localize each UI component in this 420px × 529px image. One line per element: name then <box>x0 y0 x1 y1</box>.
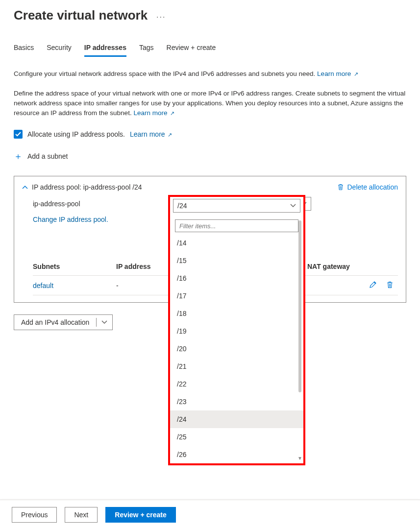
learn-more-link-3[interactable]: Learn more ↗ <box>130 130 172 138</box>
add-subnet-label: Add a subnet <box>27 152 68 160</box>
external-link-icon: ↗ <box>354 71 358 77</box>
tab-security[interactable]: Security <box>47 41 72 57</box>
delete-allocation-button[interactable]: Delete allocation <box>337 183 398 191</box>
col-nat-gateway: NAT gateway <box>307 263 365 270</box>
delete-subnet-button[interactable] <box>381 281 398 290</box>
trash-icon <box>386 281 394 289</box>
chevron-down-icon[interactable] <box>97 318 112 326</box>
pencil-icon <box>369 281 377 289</box>
collapse-toggle[interactable] <box>22 184 28 192</box>
edit-subnet-button[interactable] <box>365 281 381 290</box>
prefix-option-list: /14/15/16/17/18/19/20/21/22/23/24/25/26 <box>170 234 303 463</box>
next-button[interactable]: Next <box>65 507 98 523</box>
scrollbar[interactable] <box>298 215 301 460</box>
prefix-option[interactable]: /15 <box>170 252 303 269</box>
plus-icon: ＋ <box>14 150 23 162</box>
tab-review-create[interactable]: Review + create <box>167 41 216 57</box>
footer: Previous Next Review + create <box>0 500 420 529</box>
prefix-option[interactable]: /18 <box>170 305 303 322</box>
prefix-option[interactable]: /24 <box>170 410 303 428</box>
description-1-text: Configure your virtual network address s… <box>14 70 317 77</box>
previous-button[interactable]: Previous <box>12 507 57 523</box>
chevron-down-icon <box>290 202 296 210</box>
prefix-dropdown-trigger[interactable]: /24 <box>173 199 300 213</box>
prefix-option[interactable]: /22 <box>170 375 303 393</box>
scroll-down-arrow[interactable]: ▼ <box>297 456 302 460</box>
add-allocation-button[interactable]: Add an IPv4 allocation <box>14 314 113 330</box>
prefix-option[interactable]: /14 <box>170 234 303 252</box>
pool-title: IP address pool: ip-address-pool /24 <box>32 183 142 192</box>
prefix-option[interactable]: /20 <box>170 340 303 358</box>
tab-basics[interactable]: Basics <box>14 41 34 57</box>
add-allocation-label: Add an IPv4 allocation <box>14 318 96 326</box>
tab-ip-addresses[interactable]: IP addresses <box>84 41 126 57</box>
description-2-text: Define the address space of your virtual… <box>14 90 405 117</box>
allocate-pools-checkbox[interactable] <box>14 130 23 139</box>
check-icon <box>15 131 21 137</box>
more-actions-icon[interactable]: ··· <box>156 13 166 22</box>
prefix-dropdown-value: /24 <box>177 202 187 210</box>
prefix-option[interactable]: /16 <box>170 269 303 287</box>
tab-tags[interactable]: Tags <box>139 41 154 57</box>
col-subnets: Subnets <box>33 263 116 270</box>
add-subnet-button[interactable]: ＋ Add a subnet <box>14 150 406 162</box>
scrollbar-thumb[interactable] <box>298 220 301 392</box>
review-create-button[interactable]: Review + create <box>105 507 175 523</box>
subnet-name-link[interactable]: default <box>33 282 116 289</box>
prefix-option[interactable]: /25 <box>170 428 303 446</box>
learn-more-link-2[interactable]: Learn more ↗ <box>133 109 174 117</box>
tabs: Basics Security IP addresses Tags Review… <box>14 41 406 57</box>
description-1: Configure your virtual network address s… <box>14 69 406 79</box>
prefix-option[interactable]: /23 <box>170 393 303 410</box>
external-link-icon: ↗ <box>170 110 174 116</box>
allocate-pools-label: Allocate using IP address pools. <box>27 130 125 138</box>
change-pool-link[interactable]: Change IP address pool. <box>33 216 108 223</box>
description-2: Define the address space of your virtual… <box>14 89 406 118</box>
prefix-option[interactable]: /26 <box>170 446 303 463</box>
page-title: Create virtual network <box>14 8 148 23</box>
prefix-option[interactable]: /21 <box>170 358 303 375</box>
prefix-option[interactable]: /19 <box>170 322 303 340</box>
prefix-dropdown: /24 ▲ /14/15/16/17/18/19/20/21/22/23/24/… <box>168 195 305 465</box>
external-link-icon: ↗ <box>168 132 172 138</box>
trash-icon <box>337 184 344 191</box>
learn-more-link-1[interactable]: Learn more ↗ <box>317 70 358 77</box>
filter-input[interactable] <box>175 219 298 232</box>
pool-name-label: ip-address-pool <box>33 200 160 208</box>
prefix-option[interactable]: /17 <box>170 287 303 305</box>
